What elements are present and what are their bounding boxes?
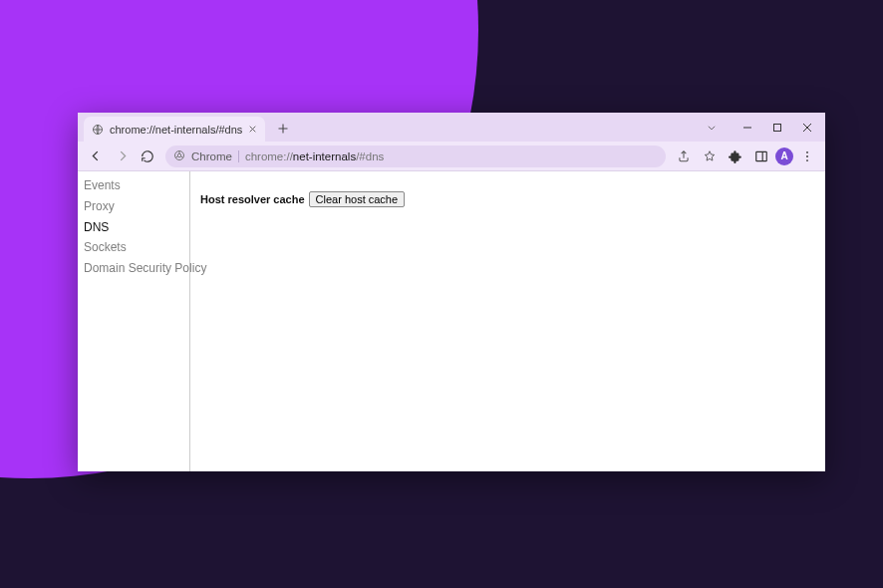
svg-point-3 — [177, 153, 181, 157]
sidebar-item-events[interactable]: Events — [84, 175, 189, 196]
toolbar-right-icons: A — [672, 145, 819, 168]
page-content: Events Proxy DNS Sockets Domain Security… — [78, 171, 825, 471]
nav-reload-button[interactable] — [136, 145, 159, 168]
scheme-chip: Chrome — [191, 150, 239, 162]
share-icon[interactable] — [672, 145, 696, 168]
host-resolver-label: Host resolver cache — [200, 193, 305, 205]
sidebar-item-proxy[interactable]: Proxy — [84, 196, 189, 217]
main-panel: Host resolver cache Clear host cache — [190, 171, 825, 471]
host-resolver-row: Host resolver cache Clear host cache — [200, 191, 825, 207]
sidebar-item-dns[interactable]: DNS — [84, 217, 189, 238]
svg-point-7 — [806, 159, 808, 161]
tab-search-button[interactable] — [698, 117, 726, 139]
desktop-background: chrome://net-internals/#dns — [0, 0, 883, 588]
browser-tab[interactable]: chrome://net-internals/#dns — [84, 117, 265, 142]
svg-rect-1 — [774, 124, 781, 131]
bookmark-star-icon[interactable] — [698, 145, 722, 168]
window-controls — [698, 113, 821, 142]
browser-toolbar: Chrome chrome://net-internals/#dns — [78, 142, 825, 171]
clear-host-cache-button[interactable]: Clear host cache — [309, 191, 406, 207]
chrome-scheme-icon — [173, 149, 185, 163]
sidebar: Events Proxy DNS Sockets Domain Security… — [78, 171, 190, 471]
window-maximize-button[interactable] — [763, 117, 791, 139]
browser-window: chrome://net-internals/#dns — [78, 113, 825, 471]
globe-icon — [92, 124, 104, 136]
address-bar[interactable]: Chrome chrome://net-internals/#dns — [165, 146, 666, 167]
window-close-button[interactable] — [793, 117, 821, 139]
svg-point-5 — [806, 150, 808, 152]
sidebar-item-domain-security-policy[interactable]: Domain Security Policy — [84, 258, 189, 279]
side-panel-icon[interactable] — [749, 145, 773, 168]
tab-strip: chrome://net-internals/#dns — [78, 113, 825, 142]
nav-back-button[interactable] — [84, 145, 108, 168]
menu-kebab-icon[interactable] — [795, 145, 819, 168]
svg-rect-4 — [756, 151, 767, 160]
tab-title: chrome://net-internals/#dns — [110, 124, 242, 136]
tab-close-icon[interactable] — [248, 123, 257, 137]
window-minimize-button[interactable] — [734, 117, 761, 139]
nav-forward-button[interactable] — [110, 145, 134, 168]
svg-point-6 — [806, 155, 808, 157]
url-text: chrome://net-internals/#dns — [245, 150, 384, 162]
profile-avatar[interactable]: A — [775, 147, 793, 165]
extensions-icon[interactable] — [724, 145, 747, 168]
new-tab-button[interactable] — [271, 117, 295, 141]
sidebar-item-sockets[interactable]: Sockets — [84, 237, 189, 258]
